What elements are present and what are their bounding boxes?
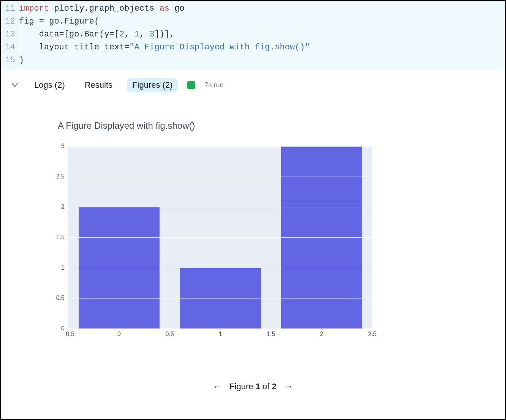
x-axis-labels: −0.500.511.522.5 (68, 328, 372, 340)
chart-title: A Figure Displayed with fig.show() (58, 120, 460, 131)
tab-figures[interactable]: Figures (2) (127, 78, 178, 92)
figure-pager: ← Figure 1 of 2 → (46, 382, 460, 392)
pager-next-arrow-icon[interactable]: → (285, 382, 293, 392)
pager-total: 2 (272, 382, 277, 391)
pager-of: of (260, 382, 272, 391)
y-tick-label: 0.5 (56, 295, 65, 302)
code-line: 11import plotly.graph_objects as go (1, 2, 505, 15)
x-tick-label: −0.5 (62, 331, 74, 338)
y-tick-label: 2.5 (56, 173, 65, 180)
pager-label: Figure 1 of 2 (229, 382, 277, 392)
tab-results[interactable]: Results (79, 78, 118, 92)
y-tick-label: 1 (61, 264, 65, 271)
y-tick-label: 3 (61, 143, 65, 150)
collapse-chevron-icon[interactable] (10, 80, 20, 90)
run-status-indicator (187, 81, 195, 89)
line-number: 15 (1, 54, 19, 67)
y-tick-label: 1.5 (56, 234, 65, 241)
x-tick-label: 2 (320, 331, 323, 338)
x-tick-label: 1.5 (267, 331, 275, 338)
output-tabs-row: Logs (2) Results Figures (2) 7s run (1, 70, 505, 100)
code-text[interactable]: data=[go.Bar(y=[2, 1, 3])], (19, 28, 174, 41)
pager-prefix: Figure (229, 382, 255, 391)
gridline (68, 268, 372, 268)
plot-area[interactable] (68, 146, 372, 328)
run-time-label: 7s run (204, 81, 223, 89)
line-number: 14 (1, 41, 19, 54)
x-tick-label: 1 (219, 331, 222, 338)
gridline (68, 177, 372, 177)
code-text[interactable]: fig = go.Figure( (19, 15, 99, 28)
y-axis-labels: 00.511.522.53 (46, 146, 68, 328)
code-block: 11import plotly.graph_objects as go12fig… (1, 1, 505, 70)
code-line: 12fig = go.Figure( (1, 15, 505, 28)
code-text[interactable]: layout_title_text="A Figure Displayed wi… (19, 41, 310, 54)
x-tick-label: 0 (117, 331, 121, 338)
line-number: 11 (1, 2, 19, 15)
gridline (68, 146, 372, 147)
plot-frame: 00.511.522.53 (46, 146, 460, 328)
y-tick-label: 2 (61, 204, 65, 210)
code-line: 13 data=[go.Bar(y=[2, 1, 3])], (1, 28, 505, 41)
pager-prev-arrow-icon[interactable]: ← (213, 382, 221, 392)
x-tick-label: 2.5 (368, 331, 376, 338)
line-number: 13 (1, 28, 19, 41)
gridline (68, 298, 372, 298)
pager-current: 1 (256, 382, 260, 391)
figure-panel: A Figure Displayed with fig.show() 00.51… (1, 100, 505, 392)
gridline (68, 237, 372, 238)
line-number: 12 (1, 15, 19, 28)
code-line: 14 layout_title_text="A Figure Displayed… (1, 41, 505, 54)
code-line: 15) (1, 54, 505, 67)
gridline (68, 207, 372, 207)
code-text[interactable]: import plotly.graph_objects as go (19, 2, 185, 15)
tab-logs[interactable]: Logs (2) (29, 78, 70, 92)
x-tick-label: 0.5 (166, 331, 174, 338)
code-text[interactable]: ) (19, 54, 24, 67)
